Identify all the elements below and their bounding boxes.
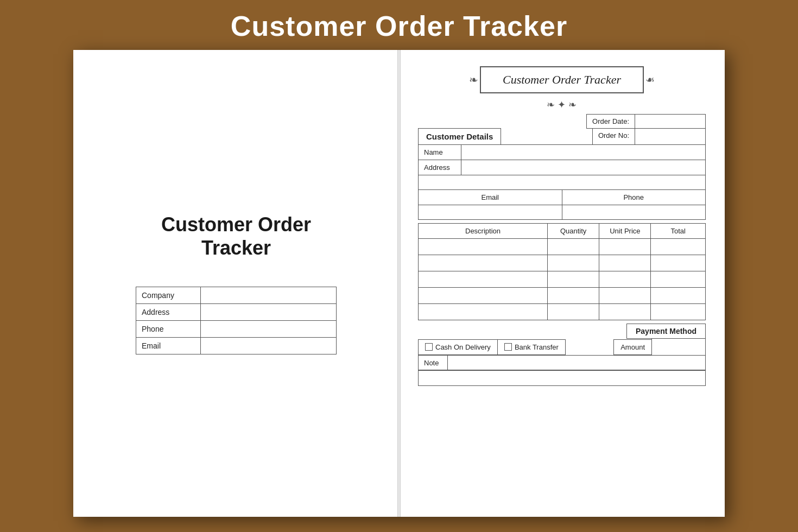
desc-cell-2[interactable]: [419, 255, 548, 271]
table-row: [419, 239, 706, 255]
phone-row: Phone: [136, 320, 337, 338]
items-table: Description Quantity Unit Price Total: [418, 223, 706, 320]
script-title-box: Customer Order Tracker: [480, 66, 644, 93]
decorative-divider: ❧ ✦ ❧: [418, 100, 706, 110]
payment-method-label: Payment Method: [626, 324, 706, 339]
address-row: Address: [418, 160, 706, 175]
phone-input[interactable]: [562, 205, 706, 220]
phone-col-header: Phone: [562, 189, 706, 205]
total-cell-1[interactable]: [651, 239, 706, 255]
email-label: Email: [136, 337, 201, 354]
email-row: Email: [136, 337, 337, 354]
address-line2-input[interactable]: [418, 175, 706, 190]
name-input[interactable]: [461, 144, 706, 160]
total-cell-4[interactable]: [651, 288, 706, 304]
book-container: Customer OrderTracker Company Address Ph…: [73, 50, 725, 517]
left-page: Customer OrderTracker Company Address Ph…: [73, 50, 399, 517]
desc-cell-4[interactable]: [419, 288, 548, 304]
name-row: Name: [418, 144, 706, 160]
company-row: Company: [136, 287, 337, 304]
table-row: [419, 304, 706, 320]
payment-header-row: Payment Method: [418, 324, 706, 339]
qty-cell-5[interactable]: [548, 304, 599, 320]
qty-cell-1[interactable]: [548, 239, 599, 255]
order-date-label: Order Date:: [586, 114, 635, 129]
phone-input[interactable]: [201, 320, 337, 338]
bank-checkbox[interactable]: [504, 343, 512, 351]
table-row: [419, 288, 706, 304]
table-row: [419, 255, 706, 271]
phone-label: Phone: [136, 320, 201, 338]
left-form: Company Address Phone Email: [136, 287, 337, 354]
customer-details-label: Customer Details: [418, 128, 501, 145]
email-col-header: Email: [418, 189, 562, 205]
total-cell-3[interactable]: [651, 271, 706, 288]
description-header: Description: [419, 224, 548, 239]
price-cell-4[interactable]: [599, 288, 651, 304]
company-input[interactable]: [201, 287, 337, 304]
customer-header-row: Customer Details Order No:: [418, 128, 706, 145]
order-no-input[interactable]: [635, 128, 706, 145]
total-cell-5[interactable]: [651, 304, 706, 320]
payment-options-row: Cash On Delivery Bank Transfer Amount: [418, 338, 706, 356]
desc-cell-5[interactable]: [419, 304, 548, 320]
price-cell-3[interactable]: [599, 271, 651, 288]
cash-checkbox[interactable]: [425, 343, 433, 351]
price-cell-1[interactable]: [599, 239, 651, 255]
total-cell-2[interactable]: [651, 255, 706, 271]
address-row: Address: [136, 303, 337, 321]
email-phone-input-row: [418, 205, 706, 220]
right-page: Customer Order Tracker ❧ ✦ ❧ Order Date:…: [399, 50, 725, 517]
address-input[interactable]: [201, 303, 337, 321]
order-no-label: Order No:: [592, 128, 635, 145]
email-input[interactable]: [418, 205, 562, 220]
note-full-input[interactable]: [418, 370, 706, 386]
note-input[interactable]: [448, 355, 706, 371]
amount-label: Amount: [613, 339, 652, 355]
cash-on-delivery-option[interactable]: Cash On Delivery: [418, 339, 498, 355]
address-label: Address: [136, 303, 201, 321]
note-row: Note: [418, 355, 706, 371]
page-header-title: Customer Order Tracker: [0, 0, 798, 50]
address-input[interactable]: [461, 160, 706, 175]
right-header: Customer Order Tracker: [418, 66, 706, 93]
bank-transfer-label: Bank Transfer: [515, 343, 559, 351]
qty-cell-2[interactable]: [548, 255, 599, 271]
qty-cell-4[interactable]: [548, 288, 599, 304]
amount-input[interactable]: [651, 338, 706, 356]
name-label: Name: [418, 144, 461, 160]
left-page-title: Customer OrderTracker: [161, 213, 311, 259]
company-label: Company: [136, 287, 201, 304]
note-label: Note: [418, 355, 448, 371]
desc-cell-3[interactable]: [419, 271, 548, 288]
price-cell-2[interactable]: [599, 255, 651, 271]
desc-cell-1[interactable]: [419, 239, 548, 255]
table-row: [419, 271, 706, 288]
email-phone-header-row: Email Phone: [418, 189, 706, 205]
order-date-row: Order Date:: [418, 114, 706, 129]
quantity-header: Quantity: [548, 224, 599, 239]
cash-on-delivery-label: Cash On Delivery: [435, 343, 491, 351]
email-input[interactable]: [201, 337, 337, 354]
address-label: Address: [418, 160, 461, 175]
total-header: Total: [651, 224, 706, 239]
order-date-input[interactable]: [635, 114, 706, 129]
qty-cell-3[interactable]: [548, 271, 599, 288]
price-cell-5[interactable]: [599, 304, 651, 320]
script-title-text: Customer Order Tracker: [503, 73, 621, 86]
bank-transfer-option[interactable]: Bank Transfer: [497, 339, 566, 355]
unit-price-header: Unit Price: [599, 224, 651, 239]
